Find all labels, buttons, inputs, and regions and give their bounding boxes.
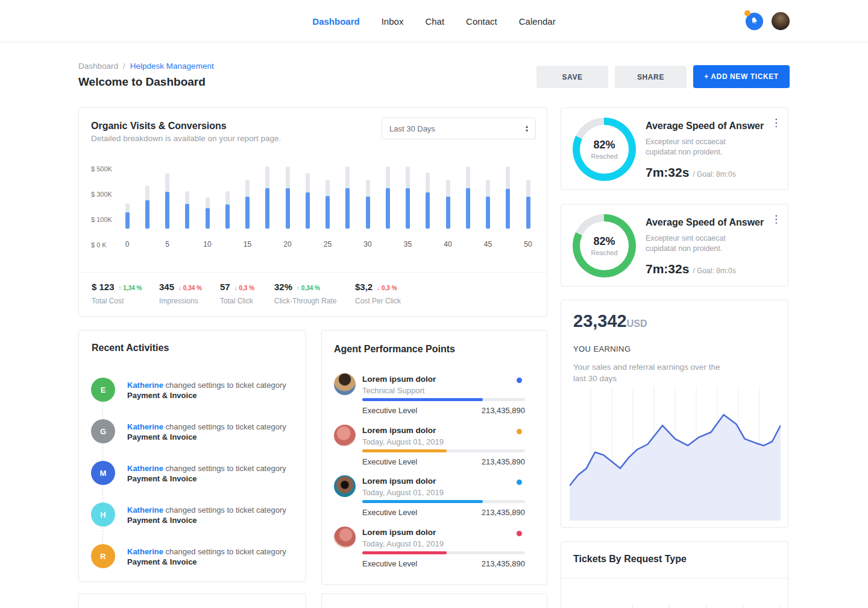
bar-reached [406, 188, 410, 229]
speed-donut-chart: 82%Reached [573, 214, 636, 277]
card-partial-right [321, 594, 547, 608]
speed-donut-chart: 82%Reached [573, 118, 636, 181]
donut-caption: Reached [591, 249, 617, 256]
nav-item-dashboard[interactable]: Dashboard [312, 16, 359, 27]
divider [561, 578, 788, 578]
y-axis-tick: $ 0 K [91, 241, 107, 249]
breadcrumb-separator: / [123, 62, 125, 71]
recent-activity-item[interactable]: RKatherine changed settings to ticket ca… [79, 544, 306, 568]
stat-impressions: 345↓ 0,34 %Impressions [159, 282, 202, 305]
stat-label: Click-Through Rate [274, 297, 336, 305]
breadcrumb-current[interactable]: Helpdesk Management [130, 62, 214, 71]
activity-avatar: E [91, 378, 115, 402]
agent-subtitle: Today, August 01, 2019 [362, 539, 444, 548]
kebab-icon[interactable]: ⋮ [771, 118, 781, 128]
chart-tick [706, 605, 706, 608]
speed-card-title: Average Speed of Answer [646, 217, 764, 228]
activity-avatar: H [91, 502, 115, 527]
progress-fill [362, 398, 483, 401]
updown-arrows-icon: ▴▾ [526, 124, 528, 133]
agent-avatar [334, 425, 356, 446]
recent-activity-item[interactable]: MKatherine changed settings to ticket ca… [79, 461, 306, 485]
nav-item-chat[interactable]: Chat [425, 16, 444, 27]
save-button[interactable]: SAVE [536, 66, 608, 88]
nav-item-contact[interactable]: Contact [466, 16, 497, 27]
activity-text: Katherine changed settings to ticket cat… [127, 422, 286, 442]
page-title: Welcome to Dashboard [78, 75, 206, 89]
bar-reached [125, 212, 130, 229]
activity-text: Katherine changed settings to ticket cat… [127, 380, 286, 401]
agent-name: Lorem ipsum dolor [362, 426, 436, 435]
period-select-value: Last 30 Days [389, 124, 435, 133]
x-axis-tick: 45 [484, 240, 492, 249]
progress-fill [362, 551, 447, 554]
activity-user[interactable]: Katherine [127, 464, 163, 473]
speed-card-description: Excepteur sint occaecat cupidatat non pr… [646, 233, 754, 254]
donut-percent: 82% [593, 139, 615, 151]
share-button[interactable]: SHARE [615, 66, 687, 88]
stat-label: Total Cost [92, 297, 142, 305]
bar-reached [165, 192, 169, 229]
bar-reached [145, 200, 149, 229]
x-axis-tick: 20 [283, 240, 291, 249]
average-speed-card: 82%ReachedAverage Speed of AnswerExcepte… [561, 107, 788, 190]
bar-reached [206, 208, 210, 229]
organic-visits-card: Organic Visits & Conversions Detailed br… [78, 107, 547, 317]
chart-tick [669, 605, 670, 608]
activity-avatar: R [91, 544, 115, 568]
speed-time: 7m:32s/ Goal: 8m:0s [646, 262, 736, 276]
activity-category: Payment & Invoice [127, 557, 197, 566]
speed-goal: / Goal: 8m:0s [693, 170, 735, 179]
chart-tick [779, 605, 780, 608]
stat-value: 32% [274, 282, 292, 292]
organic-card-subtitle: Detailed breakdown is available on your … [91, 134, 281, 143]
x-axis-tick: 40 [444, 240, 451, 249]
activity-user[interactable]: Katherine [127, 422, 163, 431]
x-axis-tick: 35 [404, 240, 412, 249]
speed-time: 7m:32s/ Goal: 8m:0s [646, 165, 736, 180]
nav-item-inbox[interactable]: Inbox [382, 16, 404, 27]
stat-delta: ↓ 0,34 % [178, 285, 202, 291]
recent-activity-item[interactable]: HKatherine changed settings to ticket ca… [79, 502, 306, 527]
bar-reached [426, 192, 430, 229]
stat-value: $ 123 [92, 282, 115, 292]
activity-text: Katherine changed settings to ticket cat… [127, 546, 286, 567]
bar-reached [225, 204, 230, 229]
user-avatar[interactable] [772, 12, 790, 30]
agent-avatar [334, 527, 356, 548]
topbar: DashboardInboxChatContactCalendar [0, 0, 868, 42]
breadcrumb-parent[interactable]: Dashboard [78, 62, 118, 71]
stat-delta: ↑ 0,34 % [297, 285, 320, 291]
activity-user[interactable]: Katherine [127, 547, 163, 556]
earnings-line-chart [570, 387, 781, 523]
dashboard-page: DashboardInboxChatContactCalendar Dashbo… [0, 0, 868, 608]
activity-user[interactable]: Katherine [127, 505, 163, 515]
add-new-ticket-button[interactable]: + ADD NEW TICKET [693, 65, 790, 88]
stat-cost-per-click: $3,2↓ 0,3 %Cost Per Click [355, 282, 401, 305]
activity-category: Payment & Invoice [127, 516, 197, 525]
recent-activities-card: Recent Activities EKatherine changed set… [78, 330, 306, 582]
progress-track [362, 398, 525, 401]
stat-delta: ↓ 0,3 % [234, 285, 254, 291]
bar-reached [526, 197, 530, 229]
stat-total-cost: $ 123↑ 1,34 %Total Cost [92, 282, 142, 305]
activity-user[interactable]: Katherine [127, 381, 163, 390]
earnings-card: 23,342USD YOU EARNING Your sales and ref… [561, 300, 788, 528]
kebab-icon[interactable]: ⋮ [771, 214, 781, 225]
recent-activity-item[interactable]: EKatherine changed settings to ticket ca… [79, 378, 306, 402]
status-dot [517, 531, 522, 536]
breadcrumb: Dashboard/Helpdesk Management [78, 62, 214, 71]
donut-percent: 82% [593, 235, 615, 248]
bar-reached [446, 197, 450, 229]
activity-category: Payment & Invoice [127, 391, 197, 400]
bar-reached [466, 188, 470, 229]
earnings-currency: USD [627, 318, 647, 329]
x-axis-tick: 0 [125, 240, 130, 249]
period-select[interactable]: Last 30 Days ▴▾ [382, 118, 536, 139]
organic-card-title: Organic Visits & Conversions [91, 121, 227, 131]
stat-label: Cost Per Click [355, 297, 401, 305]
recent-activity-item[interactable]: GKatherine changed settings to ticket ca… [79, 419, 306, 443]
nav-item-calendar[interactable]: Calendar [519, 16, 556, 27]
agent-points: 213,435,890 [362, 508, 525, 517]
agent-name: Lorem ipsum dolor [362, 477, 436, 486]
